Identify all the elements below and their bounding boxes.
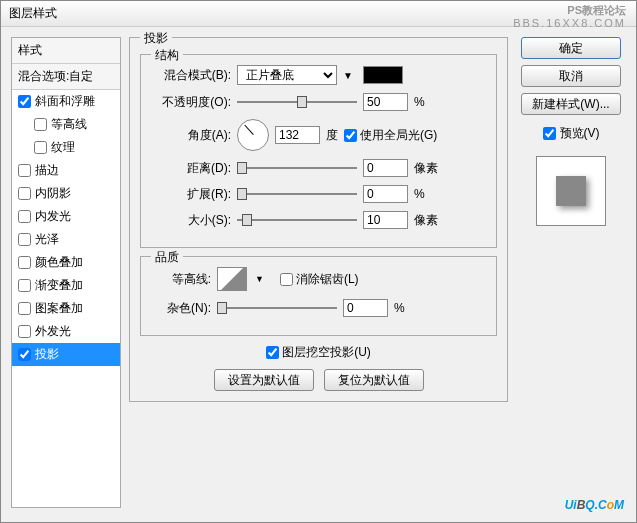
- size-unit: 像素: [414, 212, 444, 229]
- style-label: 内发光: [35, 208, 71, 225]
- style-checkbox[interactable]: [34, 118, 47, 131]
- style-label: 渐变叠加: [35, 277, 83, 294]
- style-item-3[interactable]: 描边: [12, 159, 120, 182]
- ok-button[interactable]: 确定: [521, 37, 621, 59]
- new-style-button[interactable]: 新建样式(W)...: [521, 93, 621, 115]
- style-label: 外发光: [35, 323, 71, 340]
- structure-title: 结构: [151, 47, 183, 64]
- distance-slider[interactable]: [237, 160, 357, 176]
- style-item-1[interactable]: 等高线: [12, 113, 120, 136]
- spread-unit: %: [414, 187, 444, 201]
- style-label: 图案叠加: [35, 300, 83, 317]
- opacity-label: 不透明度(O):: [151, 94, 231, 111]
- opacity-slider[interactable]: [237, 94, 357, 110]
- dropdown-icon[interactable]: ▼: [255, 274, 264, 284]
- style-checkbox[interactable]: [18, 302, 31, 315]
- spread-slider[interactable]: [237, 186, 357, 202]
- right-panel: 确定 取消 新建样式(W)... 预览(V): [516, 37, 626, 508]
- angle-label: 角度(A):: [151, 127, 231, 144]
- distance-label: 距离(D):: [151, 160, 231, 177]
- style-label: 纹理: [51, 139, 75, 156]
- style-item-4[interactable]: 内阴影: [12, 182, 120, 205]
- group-quality: 品质 等高线: ▼ 消除锯齿(L) 杂色(N):: [140, 256, 497, 336]
- noise-input[interactable]: [343, 299, 388, 317]
- style-item-2[interactable]: 纹理: [12, 136, 120, 159]
- knockout-checkbox[interactable]: [266, 346, 279, 359]
- spread-input[interactable]: [363, 185, 408, 203]
- noise-slider[interactable]: [217, 300, 337, 316]
- style-label: 斜面和浮雕: [35, 93, 95, 110]
- style-checkbox[interactable]: [18, 210, 31, 223]
- style-checkbox[interactable]: [18, 256, 31, 269]
- style-item-11[interactable]: 投影: [12, 343, 120, 366]
- angle-input[interactable]: [275, 126, 320, 144]
- window-title: 图层样式: [9, 6, 57, 20]
- angle-dial[interactable]: [237, 119, 269, 151]
- preview-thumbnail: [556, 176, 586, 206]
- style-label: 光泽: [35, 231, 59, 248]
- contour-label: 等高线:: [151, 271, 211, 288]
- watermark-text: PS教程论坛: [567, 3, 626, 18]
- opacity-input[interactable]: [363, 93, 408, 111]
- noise-label: 杂色(N):: [151, 300, 211, 317]
- reset-default-button[interactable]: 复位为默认值: [324, 369, 424, 391]
- style-item-6[interactable]: 光泽: [12, 228, 120, 251]
- style-checkbox[interactable]: [18, 325, 31, 338]
- preview-box: [536, 156, 606, 226]
- dropdown-icon: ▼: [343, 70, 353, 81]
- distance-unit: 像素: [414, 160, 444, 177]
- preview-check[interactable]: 预览(V): [543, 125, 600, 142]
- global-light-check[interactable]: 使用全局光(G): [344, 127, 437, 144]
- style-item-5[interactable]: 内发光: [12, 205, 120, 228]
- noise-unit: %: [394, 301, 424, 315]
- quality-title: 品质: [151, 249, 183, 266]
- style-label: 颜色叠加: [35, 254, 83, 271]
- style-item-9[interactable]: 图案叠加: [12, 297, 120, 320]
- styles-header: 样式: [12, 38, 120, 64]
- group-structure: 结构 混合模式(B): 正片叠底 ▼ 不透明度(O): % 角: [140, 54, 497, 248]
- style-item-10[interactable]: 外发光: [12, 320, 120, 343]
- style-checkbox[interactable]: [18, 187, 31, 200]
- blend-mode-label: 混合模式(B):: [151, 67, 231, 84]
- style-label: 等高线: [51, 116, 87, 133]
- style-item-7[interactable]: 颜色叠加: [12, 251, 120, 274]
- angle-unit: 度: [326, 127, 338, 144]
- style-checkbox[interactable]: [34, 141, 47, 154]
- opacity-unit: %: [414, 95, 444, 109]
- styles-list-panel: 样式 混合选项:自定 斜面和浮雕等高线纹理描边内阴影内发光光泽颜色叠加渐变叠加图…: [11, 37, 121, 508]
- watermark-url: BBS.16XX8.COM: [513, 17, 626, 29]
- distance-input[interactable]: [363, 159, 408, 177]
- watermark-logo: UiBQ.CoM: [565, 491, 624, 514]
- preview-checkbox[interactable]: [543, 127, 556, 140]
- style-checkbox[interactable]: [18, 348, 31, 361]
- layer-style-dialog: 图层样式 PS教程论坛 BBS.16XX8.COM 样式 混合选项:自定 斜面和…: [0, 0, 637, 523]
- style-checkbox[interactable]: [18, 164, 31, 177]
- set-default-button[interactable]: 设置为默认值: [214, 369, 314, 391]
- antialias-checkbox[interactable]: [280, 273, 293, 286]
- style-checkbox[interactable]: [18, 233, 31, 246]
- section-title: 投影: [140, 30, 172, 47]
- style-item-8[interactable]: 渐变叠加: [12, 274, 120, 297]
- global-light-checkbox[interactable]: [344, 129, 357, 142]
- blend-mode-select[interactable]: 正片叠底: [237, 65, 337, 85]
- style-label: 投影: [35, 346, 59, 363]
- blend-options-header[interactable]: 混合选项:自定: [12, 64, 120, 90]
- settings-panel: 投影 结构 混合模式(B): 正片叠底 ▼ 不透明度(O): %: [129, 37, 508, 508]
- style-item-0[interactable]: 斜面和浮雕: [12, 90, 120, 113]
- antialias-check[interactable]: 消除锯齿(L): [280, 271, 359, 288]
- style-checkbox[interactable]: [18, 279, 31, 292]
- spread-label: 扩展(R):: [151, 186, 231, 203]
- knockout-check[interactable]: 图层挖空投影(U): [266, 344, 371, 361]
- size-label: 大小(S):: [151, 212, 231, 229]
- cancel-button[interactable]: 取消: [521, 65, 621, 87]
- contour-picker[interactable]: [217, 267, 247, 291]
- style-label: 内阴影: [35, 185, 71, 202]
- style-checkbox[interactable]: [18, 95, 31, 108]
- size-slider[interactable]: [237, 212, 357, 228]
- section-drop-shadow: 投影 结构 混合模式(B): 正片叠底 ▼ 不透明度(O): %: [129, 37, 508, 402]
- size-input[interactable]: [363, 211, 408, 229]
- shadow-color-swatch[interactable]: [363, 66, 403, 84]
- style-label: 描边: [35, 162, 59, 179]
